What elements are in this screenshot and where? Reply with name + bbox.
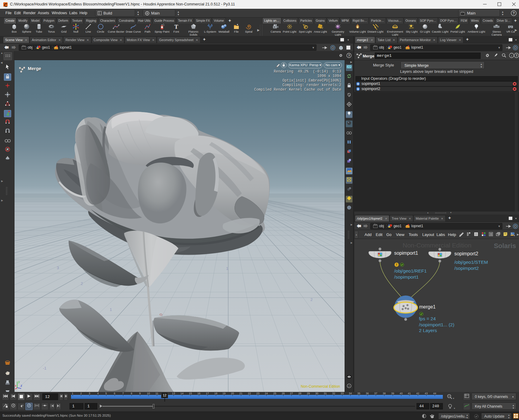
svg-text:x: x <box>15 384 17 387</box>
svg-text:3: 3 <box>57 266 59 270</box>
svg-text:i: i <box>511 54 512 57</box>
svg-text:?: ? <box>513 11 515 15</box>
svg-text:Non-Commercial Edition: Non-Commercial Edition <box>301 384 340 389</box>
svg-text:T: T <box>174 24 178 30</box>
svg-text:1: 1 <box>110 307 112 312</box>
svg-text:y: y <box>18 380 20 383</box>
svg-text:z: z <box>21 384 22 387</box>
svg-text:?: ? <box>348 54 350 57</box>
svg-text:?: ? <box>515 54 517 57</box>
svg-text:2: 2 <box>310 297 313 302</box>
svg-text:2: 2 <box>81 281 83 286</box>
svg-text:!: ! <box>396 263 397 267</box>
svg-text:1: 1 <box>226 266 228 271</box>
svg-text:i: i <box>349 384 350 388</box>
svg-text:-1: -1 <box>43 366 47 370</box>
